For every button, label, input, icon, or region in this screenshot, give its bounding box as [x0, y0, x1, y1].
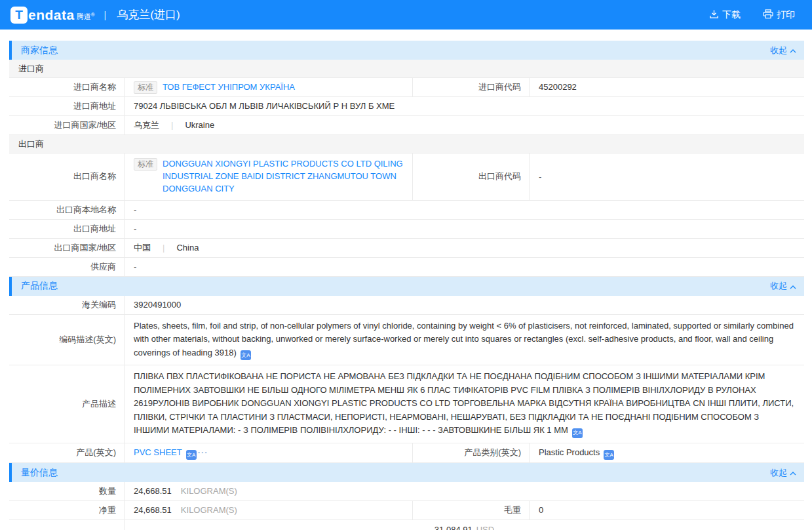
category-en-group: Plastic Products文A: [539, 446, 614, 460]
exporter-country-label: 出口商国家/地区: [9, 239, 125, 257]
total-price-value: 31,084.91USD 1,292,832.24UAH: [125, 520, 804, 530]
quantity-price-section-title: 量价信息: [21, 467, 58, 479]
download-button[interactable]: 下载: [709, 9, 741, 21]
download-icon: [709, 9, 719, 21]
merchant-info-section: 商家信息 收起 进口商 进口商名称 标准 ТОВ ГЕФЕСТ УНІПРОМ …: [9, 41, 804, 277]
hs-code-label: 海关编码: [9, 296, 125, 314]
supplier-label: 供应商: [9, 258, 125, 276]
tendata-logo-cn-text: 腾道: [77, 12, 91, 20]
category-en-value: Plastic Products文A: [530, 443, 804, 463]
exporter-code-label: 出口商代码: [413, 153, 530, 200]
importer-group-header: 进口商: [9, 60, 804, 78]
exporter-name-link[interactable]: DONGGUAN XIONGYI PLASTIC PRODUCTS CO LTD…: [163, 158, 403, 195]
exporter-country-en: China: [176, 241, 199, 255]
standard-badge: 标准: [134, 81, 157, 94]
product-description-value: ПЛІВКА ПВХ ПЛАСТИФІКОВАНА НЕ ПОРИСТА НЕ …: [125, 365, 804, 443]
topbar-actions: 下载 打印: [709, 9, 795, 21]
quantity-number: 24,668.51: [134, 485, 172, 498]
chevron-up-icon: [790, 281, 796, 291]
merchant-section-header: 商家信息 收起: [9, 41, 804, 60]
exporter-country-value: 中国|China: [125, 239, 804, 257]
quantity-price-section: 量价信息 收起 数量 24,668.51KILOGRAM(S) 净重 24,66…: [9, 463, 804, 530]
tendata-logo-cn: 腾道®: [77, 12, 95, 22]
code-description-label: 编码描述(英文): [9, 315, 125, 365]
importer-name-value: 标准 ТОВ ГЕФЕСТ УНІПРОМ УКРАЇНА: [125, 78, 413, 96]
tendata-logo[interactable]: T endata 腾道®: [10, 7, 95, 24]
exporter-code-value: -: [530, 153, 804, 200]
topbar: T endata 腾道® | 乌克兰(进口) 下载 打印: [0, 0, 812, 30]
product-collapse-button[interactable]: 收起: [770, 280, 796, 292]
page-title: 乌克兰(进口): [117, 7, 180, 22]
merchant-collapse-button[interactable]: 收起: [770, 45, 796, 56]
exporter-name-label: 出口商名称: [9, 153, 125, 200]
exporter-name-value: 标准 DONGGUAN XIONGYI PLASTIC PRODUCTS CO …: [125, 153, 413, 200]
standard-badge: 标准: [134, 158, 157, 171]
net-weight-row: 净重 24,668.51KILOGRAM(S) 毛重 0: [9, 501, 804, 520]
translate-icon[interactable]: 文A: [241, 350, 251, 360]
print-label: 打印: [777, 9, 795, 21]
product-en-group: PVC SHEET文A···: [134, 446, 208, 460]
quantity-price-section-header: 量价信息 收起: [9, 463, 804, 482]
quantity-unit: KILOGRAM(S): [181, 485, 237, 498]
total-price-usd: 31,084.91USD: [435, 524, 494, 530]
gross-weight-label: 毛重: [413, 501, 530, 520]
importer-name-label: 进口商名称: [9, 78, 125, 96]
print-button[interactable]: 打印: [763, 9, 795, 21]
importer-country-label: 进口商国家/地区: [9, 116, 125, 134]
exporter-local-name-label: 出口商本地名称: [9, 201, 125, 219]
exporter-country-cn: 中国: [134, 241, 151, 255]
net-weight-value: 24,668.51KILOGRAM(S): [125, 501, 413, 520]
topbar-divider: |: [104, 10, 107, 20]
code-description-row: 编码描述(英文) Plates, sheets, film, foil and …: [9, 315, 804, 366]
exporter-local-name-row: 出口商本地名称 -: [9, 201, 804, 220]
importer-country-cn: 乌克兰: [134, 119, 159, 132]
exporter-address-value: -: [125, 220, 804, 238]
translate-icon[interactable]: 文A: [572, 428, 583, 438]
translate-icon[interactable]: 文A: [604, 450, 614, 460]
chevron-up-icon: [790, 468, 796, 478]
exporter-address-label: 出口商地址: [9, 220, 125, 238]
merchant-section-title: 商家信息: [21, 45, 58, 56]
net-weight-label: 净重: [9, 501, 125, 520]
registered-mark: ®: [91, 12, 95, 18]
more-ellipsis[interactable]: ···: [198, 447, 208, 457]
importer-code-label: 进口商代码: [413, 78, 530, 96]
product-description-body: ПЛІВКА ПВХ ПЛАСТИФІКОВАНА НЕ ПОРИСТА НЕ …: [134, 371, 794, 435]
code-description-value: Plates, sheets, film, foil and strip, of…: [125, 315, 804, 365]
chevron-up-icon: [790, 45, 796, 55]
product-en-label: 产品(英文): [9, 443, 125, 463]
gross-weight-value: 0: [530, 501, 804, 520]
pipe-divider: |: [171, 119, 173, 132]
total-price-usd-number: 31,084.91: [435, 525, 473, 530]
product-en-value: PVC SHEET文A···: [125, 443, 413, 463]
importer-address-label: 进口商地址: [9, 97, 125, 115]
product-description-row: 产品描述 ПЛІВКА ПВХ ПЛАСТИФІКОВАНА НЕ ПОРИСТ…: [9, 365, 804, 443]
product-section-header: 产品信息 收起: [9, 277, 804, 296]
hs-code-value: 3920491000: [125, 296, 804, 314]
importer-name-link[interactable]: ТОВ ГЕФЕСТ УНІПРОМ УКРАЇНА: [163, 81, 295, 94]
importer-code-value: 45200292: [530, 78, 804, 96]
quantity-row: 数量 24,668.51KILOGRAM(S): [9, 482, 804, 501]
print-icon: [763, 9, 773, 21]
category-en-text: Plastic Products: [539, 447, 600, 457]
translate-icon[interactable]: 文A: [186, 450, 197, 460]
importer-country-value: 乌克兰|Ukraine: [125, 116, 804, 134]
code-description-text: Plates, sheets, film, foil and strip, of…: [134, 319, 795, 361]
importer-address-value: 79024 ЛЬВІВСЬКА ОБЛ М ЛЬВІВ ЛИЧАКІВСЬКИЙ…: [125, 97, 804, 115]
importer-country-row: 进口商国家/地区 乌克兰|Ukraine: [9, 116, 804, 135]
category-en-label: 产品类别(英文): [413, 443, 530, 463]
download-label: 下载: [722, 9, 741, 21]
quantity-price-collapse-button[interactable]: 收起: [770, 467, 796, 479]
collapse-label: 收起: [770, 280, 787, 292]
quantity-label: 数量: [9, 482, 125, 500]
pipe-divider: |: [163, 241, 164, 255]
exporter-group-header: 出口商: [9, 135, 804, 153]
exporter-country-row: 出口商国家/地区 中国|China: [9, 239, 804, 258]
exporter-address-row: 出口商地址 -: [9, 220, 804, 239]
product-info-section: 产品信息 收起 海关编码 3920491000 编码描述(英文) Plates,…: [9, 277, 804, 464]
net-weight-number: 24,668.51: [134, 504, 172, 517]
quantity-value: 24,668.51KILOGRAM(S): [125, 482, 804, 500]
tendata-logo-text: endata: [28, 7, 75, 23]
exporter-name-row: 出口商名称 标准 DONGGUAN XIONGYI PLASTIC PRODUC…: [9, 153, 804, 201]
product-en-link[interactable]: PVC SHEET: [134, 447, 182, 457]
